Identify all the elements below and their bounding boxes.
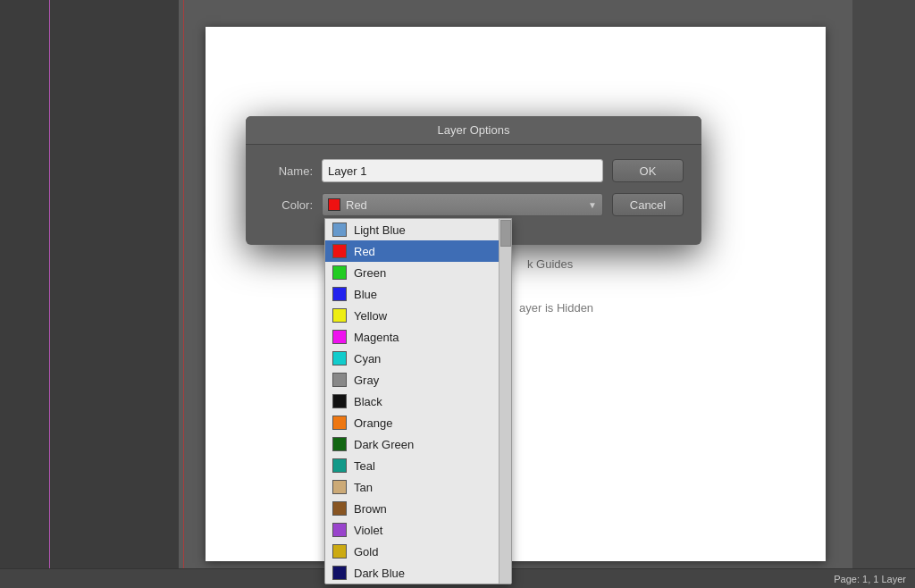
bg-layer-hidden-text: ayer is Hidden <box>519 301 593 315</box>
color-swatch <box>332 523 347 537</box>
dialog-title: Layer Options <box>438 123 510 137</box>
dropdown-item[interactable]: Violet <box>325 519 511 541</box>
color-swatch <box>332 566 347 580</box>
selected-color-text: Red <box>346 198 588 212</box>
dropdown-item[interactable]: Red <box>325 240 511 262</box>
color-item-label: Green <box>354 266 386 280</box>
dropdown-items-container: Light BlueRedGreenBlueYellowMagentaCyanG… <box>325 219 511 584</box>
color-item-label: Black <box>354 395 382 408</box>
dropdown-item[interactable]: Magenta <box>325 326 511 348</box>
color-item-label: Dark Green <box>354 438 414 451</box>
color-swatch <box>332 330 347 344</box>
dropdown-item[interactable]: Tan <box>325 476 511 498</box>
color-item-label: Dark Blue <box>354 567 405 580</box>
dialog-titlebar: Layer Options <box>246 116 701 145</box>
dropdown-item[interactable]: Orange <box>325 412 511 433</box>
color-item-label: Red <box>354 245 375 258</box>
color-item-label: Brown <box>354 502 387 516</box>
color-swatch <box>332 458 347 473</box>
right-sidebar <box>852 0 915 588</box>
color-swatch <box>332 265 347 280</box>
selected-color-swatch <box>328 198 340 211</box>
color-item-label: Teal <box>354 459 375 473</box>
ok-button[interactable]: OK <box>612 159 684 182</box>
dropdown-item[interactable]: Dark Green <box>325 433 511 455</box>
dropdown-scrollbar[interactable] <box>499 219 511 584</box>
page-info: Page: 1, 1 Layer <box>834 574 906 584</box>
color-swatch <box>332 244 347 258</box>
color-swatch <box>332 373 347 387</box>
color-swatch <box>332 308 347 323</box>
page-inner <box>206 27 826 561</box>
canvas-area: w Guides k Guides ayer is Hidden Layer O… <box>0 0 915 588</box>
guide-red <box>183 0 184 588</box>
dropdown-item[interactable]: Cyan <box>325 348 511 369</box>
color-swatch <box>332 416 347 430</box>
name-row: Name: OK <box>264 159 684 182</box>
color-swatch <box>332 480 347 494</box>
color-item-label: Cyan <box>354 352 381 365</box>
dropdown-item[interactable]: Gold <box>325 541 511 562</box>
color-item-label: Orange <box>354 416 392 430</box>
guide-left-outer <box>49 0 50 588</box>
dropdown-item[interactable]: Black <box>325 391 511 412</box>
color-item-label: Light Blue <box>354 223 406 237</box>
color-dropdown-closed[interactable]: Red ▼ <box>322 193 603 216</box>
color-swatch <box>332 437 347 451</box>
color-label: Color: <box>264 198 313 212</box>
dropdown-item[interactable]: Dark Blue <box>325 562 511 584</box>
color-swatch <box>332 501 347 516</box>
dropdown-item[interactable]: Teal <box>325 455 511 476</box>
color-swatch <box>332 351 347 365</box>
dropdown-item[interactable]: Green <box>325 262 511 283</box>
color-swatch <box>332 544 347 559</box>
color-swatch <box>332 394 347 408</box>
dropdown-item[interactable]: Blue <box>325 283 511 305</box>
color-item-label: Tan <box>354 481 373 494</box>
dropdown-item[interactable]: Yellow <box>325 305 511 326</box>
name-label: Name: <box>264 164 313 178</box>
dropdown-item[interactable]: Gray <box>325 369 511 391</box>
color-item-label: Gold <box>354 545 378 559</box>
color-swatch <box>332 287 347 301</box>
cancel-button[interactable]: Cancel <box>612 193 684 216</box>
name-input[interactable] <box>322 159 603 182</box>
color-item-label: Blue <box>354 288 377 301</box>
bg-lock-guides-text: k Guides <box>527 257 573 271</box>
color-swatch <box>332 223 347 237</box>
color-item-label: Yellow <box>354 309 387 323</box>
dropdown-item[interactable]: Light Blue <box>325 219 511 240</box>
color-item-label: Gray <box>354 374 379 387</box>
color-row: Color: Red ▼ Cancel <box>264 193 684 216</box>
color-item-label: Violet <box>354 524 382 537</box>
scrollbar-thumb[interactable] <box>500 220 511 247</box>
dropdown-arrow-icon: ▼ <box>588 200 597 210</box>
dropdown-item[interactable]: Brown <box>325 498 511 519</box>
page-canvas <box>179 0 852 588</box>
color-dropdown-list[interactable]: Light BlueRedGreenBlueYellowMagentaCyanG… <box>324 218 512 584</box>
color-item-label: Magenta <box>354 331 399 344</box>
